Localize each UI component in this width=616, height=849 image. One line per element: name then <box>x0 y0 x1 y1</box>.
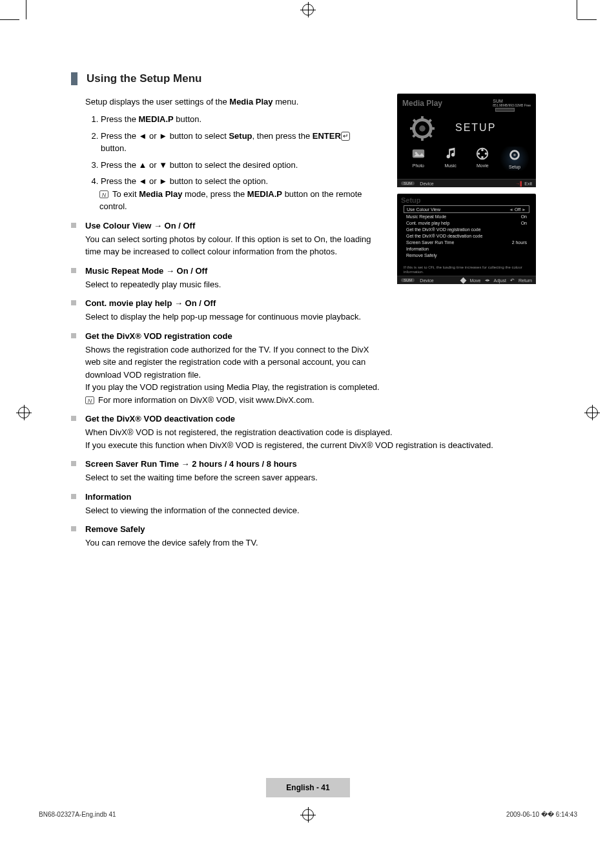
text: To exit <box>112 189 139 199</box>
section-title: Using the Setup Menu <box>71 72 562 85</box>
sum-pill: SUM <box>401 181 415 185</box>
option-row: Screen Saver Run Time2 hours <box>404 239 529 245</box>
item-text: Select to viewing the information of the… <box>85 504 562 517</box>
note-icon: N <box>99 190 108 198</box>
option-row: Information <box>404 245 529 252</box>
option-label: Get the DivX® VOD deactivation code <box>406 234 482 238</box>
text: Setup displays the user settings of the <box>85 97 229 107</box>
bottom-bar: SUM Device →▌ Exit <box>397 179 536 187</box>
setup-item: Get the DivX® VOD deactivation codeWhen … <box>71 414 562 451</box>
move-icon <box>460 277 467 283</box>
footer-left: BN68-02327A-Eng.indb 41 <box>39 811 116 818</box>
movie-icon <box>475 147 489 161</box>
note-line: NTo exit Media Play mode, press the MEDI… <box>99 188 371 213</box>
mode-label: Setup <box>509 165 520 169</box>
registration-mark-icon <box>586 407 598 418</box>
option-value: ◄ Off ► <box>509 207 526 212</box>
exit-label: Exit <box>524 181 532 186</box>
enter-icon: ↵ <box>341 132 350 141</box>
text-bold: Media Play <box>139 189 182 199</box>
media-play-title: Media Play <box>402 99 442 108</box>
svg-rect-2 <box>421 137 424 141</box>
storage-bar-icon <box>495 108 515 112</box>
registration-mark-icon <box>302 4 314 15</box>
item-text: You can remove the device safely from th… <box>85 537 562 549</box>
crop-mark <box>0 19 19 20</box>
item-title: Use Colour View → On / Off <box>85 221 382 230</box>
item-text: If you execute this function when DivX® … <box>85 439 562 452</box>
text-bold: MEDIA.P <box>139 114 174 124</box>
photo-icon <box>411 147 426 161</box>
svg-point-9 <box>419 125 426 132</box>
mode-photo: Photo <box>404 147 433 170</box>
gear-icon <box>410 116 435 141</box>
svg-point-13 <box>482 149 484 152</box>
text: button. <box>174 114 201 124</box>
square-bullet-icon <box>71 526 76 531</box>
item-note: NFor more information on DivX® VOD, visi… <box>85 394 382 407</box>
return-icon: ↶ <box>510 278 515 283</box>
intro-text: Setup displays the user settings of the … <box>85 97 371 107</box>
adjust-label: Adjust <box>494 278 506 283</box>
adjust-icon: ◂▸ <box>485 278 490 283</box>
option-label: Music Repeat Mode <box>406 214 446 219</box>
svg-point-14 <box>482 156 484 159</box>
setup-heading: SETUP <box>455 122 496 134</box>
item-title: Cont. movie play help → On / Off <box>85 298 562 308</box>
square-bullet-icon <box>71 494 76 499</box>
option-label: Use Colour View <box>407 207 440 212</box>
option-label: Information <box>406 247 429 251</box>
item-title: Information <box>85 492 562 502</box>
item-title: Remove Safely <box>85 524 562 534</box>
mode-label: Photo <box>413 163 424 168</box>
setup-item: Cont. movie play help → On / OffSelect t… <box>71 298 562 323</box>
device-label: Device <box>420 278 433 283</box>
step-3: Press the ▲ or ▼ button to select the de… <box>101 159 371 172</box>
text: Press the ◄ or ► button to select the op… <box>101 176 268 186</box>
square-bullet-icon <box>71 461 76 466</box>
text-bold: Setup <box>229 131 252 141</box>
sum-label: SUM <box>493 99 503 103</box>
sum-pill: SUM <box>401 278 415 282</box>
setup-menu-screenshot: Setup Use Colour View◄ Off ►Music Repeat… <box>397 194 536 284</box>
text: mode, press the <box>182 189 247 199</box>
mode-row: Photo Music Movie Setup <box>397 147 536 170</box>
crop-mark <box>26 0 26 19</box>
square-bullet-icon <box>71 223 76 228</box>
mode-label: Music <box>444 163 456 168</box>
setup-watermark: Setup <box>401 196 421 204</box>
step-4: Press the ◄ or ► button to select the op… <box>101 175 371 213</box>
media-play-screenshot: Media Play SUM 851.98MB/993.02MB Free SE… <box>397 94 536 187</box>
option-row: Use Colour View◄ Off ► <box>404 205 529 213</box>
device-label: Device <box>420 181 433 186</box>
crop-mark <box>577 19 597 20</box>
option-row: Cont. movie play helpOn <box>404 220 529 226</box>
page-footer: BN68-02327A-Eng.indb 41 2009-06-10 �� 6:… <box>39 811 577 818</box>
mode-music: Music <box>436 147 465 170</box>
setup-item: Get the DivX® VOD registration codeShows… <box>71 331 562 407</box>
option-value: 2 hours <box>512 240 527 245</box>
item-text: If you play the VOD registration using M… <box>85 381 382 394</box>
music-icon <box>444 147 458 161</box>
note-icon: N <box>85 396 94 404</box>
registration-mark-icon <box>18 407 30 418</box>
setup-item: Screen Saver Run Time → 2 hours / 4 hour… <box>71 459 562 484</box>
footer-right: 2009-06-10 �� 6:14:43 <box>506 811 577 818</box>
svg-rect-4 <box>431 127 435 130</box>
square-bullet-icon <box>71 416 76 421</box>
option-label: Get the DivX® VOD registration code <box>406 227 481 232</box>
move-label: Move <box>469 278 480 283</box>
gear-small-icon <box>508 148 522 162</box>
square-bullet-icon <box>71 333 76 338</box>
setup-item: Remove SafelyYou can remove the device s… <box>71 524 562 549</box>
svg-point-15 <box>478 152 480 155</box>
option-row: Get the DivX® VOD registration code <box>404 226 529 232</box>
item-text: When DivX® VOD is not registered, the re… <box>85 426 562 439</box>
text-bold: ENTER <box>313 131 341 141</box>
page-number: English - 41 <box>266 778 350 797</box>
option-row: Music Repeat ModeOn <box>404 213 529 220</box>
item-text: Select to display the help pop-up messag… <box>85 311 562 323</box>
crop-mark <box>577 0 577 19</box>
text-bold: MEDIA.P <box>247 189 282 199</box>
step-1: Press the MEDIA.P button. <box>101 113 371 126</box>
